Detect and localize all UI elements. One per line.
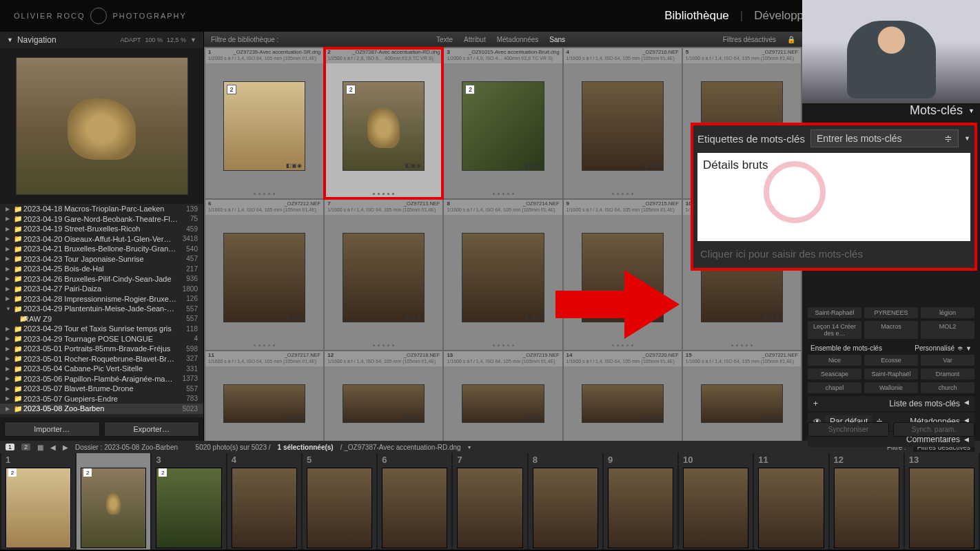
thumbnail-cell[interactable]: 2_OZ97387-Avec accentuation-RD.dng1/2500… bbox=[325, 48, 442, 198]
thumbnail-cell[interactable]: 14_OZ97220.NEF1/1600 s à f / 1,4, ISO 64… bbox=[564, 351, 682, 441]
nav-zoom2[interactable]: 12,5 % bbox=[167, 37, 186, 43]
folder-row[interactable]: ▶📁2023-05-06 Papillon-Flambé-Araignée-ma… bbox=[0, 374, 203, 384]
filmstrip-thumb[interactable]: 22 bbox=[76, 453, 150, 550]
filmstrip-thumb[interactable]: 9 bbox=[604, 453, 677, 550]
filmstrip[interactable]: 12223245678910111213 bbox=[0, 453, 980, 550]
folder-row[interactable]: ▶📁2023-04-19 Gare-Nord-Beobank-Theatre-F… bbox=[0, 214, 203, 225]
navigator-header[interactable]: ▼ Navigation ADAPT 100 % 12,5 % ▼ bbox=[0, 32, 203, 48]
filmstrip-thumb[interactable]: 7 bbox=[453, 453, 527, 550]
thumbnail-cell[interactable]: 8_OZ97214.NEF1/1600 s à f / 1,4, ISO 64,… bbox=[444, 200, 562, 350]
folder-row[interactable]: ▶📁2023-04-20 Oiseaux-Affut-Hut-1-Glen-Ve… bbox=[0, 234, 203, 245]
collapse-icon[interactable]: ◀ bbox=[964, 436, 969, 443]
keyword-set-button[interactable]: chapel bbox=[808, 382, 861, 393]
collapse-icon[interactable]: ▼ bbox=[966, 345, 972, 352]
folder-row[interactable]: ▶📁2023-05-07 Blavet-Brume-Drone557 bbox=[0, 384, 203, 394]
folder-row[interactable]: ▶📁2023-04-19 Street-Bruxelles-Ricoh459 bbox=[0, 224, 203, 234]
selection-primary[interactable]: 1 bbox=[6, 444, 14, 450]
keyword-list-header[interactable]: Liste des mots-clés bbox=[889, 399, 960, 408]
thumbnail-cell[interactable]: 3_OZ91015-Avec accentuation-Bruit.dng1/2… bbox=[444, 48, 562, 198]
thumbnail-cell[interactable]: 1_OZ97239-Avec accentuation-SR.dng1/2000… bbox=[205, 48, 323, 198]
folder-row[interactable]: ▶📁2023-04-23 Tour Japonaise-Sunrise457 bbox=[0, 254, 203, 264]
keyword-set-button[interactable]: Dramont bbox=[921, 368, 974, 380]
keyword-set-button[interactable]: Macros bbox=[864, 321, 918, 339]
folder-row[interactable]: ▶📁2023-05-04 Cabane-Pic Vert-Sitelle331 bbox=[0, 364, 203, 374]
keyword-set-button[interactable]: Wallonie bbox=[864, 382, 918, 393]
folder-row[interactable]: ▶📁2023-04-29 Tournage POSE LONGUE4 bbox=[0, 334, 203, 344]
selection-secondary[interactable]: 2 bbox=[21, 444, 30, 450]
keyword-set-button[interactable]: MOL2 bbox=[921, 321, 974, 339]
thumbnail-cell[interactable]: 15_OZ97221.NEF1/1600 s à f / 1,4, ISO 64… bbox=[683, 351, 801, 441]
breadcrumb[interactable]: Dossier : 2023-05-08 Zoo-Barben bbox=[75, 444, 178, 451]
collapse-icon[interactable]: ▼ bbox=[968, 107, 974, 114]
folder-row[interactable]: ▼📁2023-04-29 Plantentuin-Meise-Jade-Sean… bbox=[0, 304, 203, 314]
keywords-mode-dropdown[interactable]: Entrer les mots-clés ≑ bbox=[810, 129, 959, 147]
folder-row[interactable]: ▶📁2023-04-27 Pairi-Daiza1800 bbox=[0, 284, 203, 294]
folder-list[interactable]: ▶📁2023-04-18 Macros-Trioplan-Parc-Laeken… bbox=[0, 204, 203, 417]
keyword-set-button[interactable]: légion bbox=[921, 307, 974, 318]
dropdown-icon[interactable]: ▾ bbox=[468, 444, 471, 450]
filmstrip-thumb[interactable]: 4 bbox=[227, 453, 301, 550]
navigator-preview[interactable] bbox=[0, 48, 203, 204]
thumbnail-cell[interactable]: 4_OZ97210.NEF1/1600 s à f / 1,4, ISO 64,… bbox=[564, 48, 682, 198]
nav-zoom1[interactable]: 100 % bbox=[145, 37, 163, 43]
prev-icon[interactable]: ◀ bbox=[50, 444, 56, 451]
folder-row[interactable]: ▶📁2023-04-28 Impressionnisme-Rogier-Brux… bbox=[0, 294, 203, 304]
keyword-set-button[interactable]: Leçon 14 Créer des e… bbox=[808, 321, 861, 339]
folder-row[interactable]: ▶📁2023-04-18 Macros-Trioplan-Parc-Laeken… bbox=[0, 204, 203, 214]
sync-settings-button[interactable]: Synch. param. bbox=[893, 422, 974, 437]
folder-row[interactable]: ▶📁2023-04-21 Bruxelles-Bellone-Brucity-G… bbox=[0, 244, 203, 254]
filmstrip-thumb[interactable]: 12 bbox=[830, 453, 904, 550]
filter-none[interactable]: Sans bbox=[549, 36, 565, 43]
folder-row[interactable]: ▶📁2023-04-25 Bois-de-Hal217 bbox=[0, 264, 203, 274]
keywords-input-hint[interactable]: Cliquer ici pour saisir des mots-clés bbox=[697, 244, 970, 264]
filmstrip-thumb[interactable]: 11 bbox=[754, 453, 828, 550]
keyword-set-button[interactable]: Seascape bbox=[808, 368, 861, 380]
filmstrip-thumb[interactable]: 10 bbox=[679, 453, 753, 550]
keyword-set-button[interactable]: Nice bbox=[808, 355, 861, 366]
keyword-set-button[interactable]: Ecosse bbox=[864, 355, 918, 366]
nav-fit[interactable]: ADAPT bbox=[121, 37, 141, 43]
dropdown-icon[interactable]: ≑ bbox=[957, 344, 963, 352]
filmstrip-thumb[interactable]: 6 bbox=[378, 453, 451, 550]
keywords-textarea[interactable] bbox=[697, 153, 970, 241]
thumbnail-cell[interactable]: 7_OZ97213.NEF1/1600 s à f / 1,4, ISO 64,… bbox=[325, 200, 442, 350]
next-icon[interactable]: ▶ bbox=[63, 444, 68, 451]
keyword-set-button[interactable]: Var bbox=[921, 355, 974, 366]
keyword-set-button[interactable]: church bbox=[921, 382, 974, 393]
plus-icon[interactable]: + bbox=[813, 399, 818, 408]
folder-row[interactable]: ▶📁2023-04-29 Tour et Taxis Sunrise temps… bbox=[0, 324, 203, 334]
filter-metadata[interactable]: Métadonnées bbox=[497, 36, 539, 43]
filmstrip-thumb[interactable]: 32 bbox=[152, 453, 225, 550]
keyword-set-button[interactable]: Saint-Raphaël bbox=[864, 368, 918, 380]
thumbnail-cell[interactable]: 12_OZ97218.NEF1/1600 s à f / 1,4, ISO 64… bbox=[325, 351, 442, 441]
folder-row[interactable]: ▶📁2023-05-07 Guepiers-Endre783 bbox=[0, 394, 203, 404]
keyword-set-button[interactable]: Saint-Raphaël bbox=[808, 307, 861, 318]
keywords-panel-header[interactable]: Mots-clés ▼ bbox=[910, 103, 974, 118]
folder-row[interactable]: ▶📁2023-04-26 Bruxelles-Pilif-Cindy-Sean-… bbox=[0, 274, 203, 284]
folder-row[interactable]: ▶📁2023-05-08 Zoo-Barben5023 bbox=[0, 404, 203, 414]
sync-button[interactable]: Synchroniser bbox=[808, 422, 889, 437]
folder-row[interactable]: ▶📁2023-05-01 Rocher-Roquebrune-Blavet-Br… bbox=[0, 354, 203, 364]
filmstrip-thumb[interactable]: 8 bbox=[529, 453, 602, 550]
filmstrip-thumb[interactable]: 13 bbox=[905, 453, 979, 550]
thumbnail-cell[interactable]: 6_OZ97212.NEF1/1600 s à f / 1,4, ISO 64,… bbox=[205, 200, 323, 350]
grid-view-icon[interactable]: ▦ bbox=[37, 444, 43, 451]
filter-lock-icon[interactable]: 🔒 bbox=[787, 36, 795, 43]
collapse-icon[interactable]: ▼ bbox=[7, 37, 13, 43]
folder-row[interactable]: ▶📁2023-05-01 Portraits-85mm-Bravade-Fréj… bbox=[0, 344, 203, 354]
filter-attribute[interactable]: Attribut bbox=[464, 36, 486, 43]
keyword-set-preset[interactable]: Personnalisé bbox=[915, 344, 955, 352]
import-button[interactable]: Importer… bbox=[4, 422, 100, 437]
filter-text[interactable]: Texte bbox=[436, 36, 453, 43]
keyword-set-button[interactable]: PYRENEES bbox=[864, 307, 918, 318]
export-button[interactable]: Exporter… bbox=[104, 422, 200, 437]
filter-preset[interactable]: Filtres désactivés bbox=[723, 36, 776, 43]
nav-zoom-menu-icon[interactable]: ▼ bbox=[190, 37, 196, 43]
collapse-icon[interactable]: ▼ bbox=[964, 135, 970, 142]
thumbnail-cell[interactable]: 11_OZ97217.NEF1/1600 s à f / 1,4, ISO 64… bbox=[205, 351, 323, 441]
filmstrip-thumb[interactable]: 5 bbox=[303, 453, 376, 550]
module-library[interactable]: Bibliothèque bbox=[664, 9, 729, 23]
collapse-icon[interactable]: ◀ bbox=[964, 399, 969, 408]
filmstrip-thumb[interactable]: 12 bbox=[1, 453, 75, 550]
folder-row[interactable]: 📁RAW Z9557 bbox=[0, 314, 203, 324]
